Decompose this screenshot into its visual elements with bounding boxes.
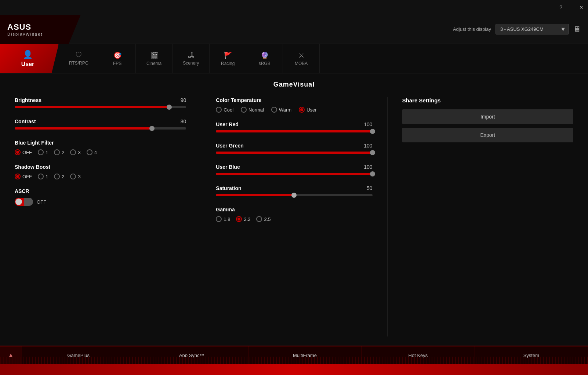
user-blue-thumb[interactable] bbox=[370, 171, 375, 176]
color-temp-cool-circle bbox=[216, 107, 222, 113]
shadow-boost-2[interactable]: 2 bbox=[54, 174, 64, 179]
shadow-boost-1[interactable]: 1 bbox=[38, 174, 48, 179]
saturation-value: 50 bbox=[367, 185, 373, 191]
ascr-label: ASCR bbox=[15, 188, 186, 194]
shadow-boost-3[interactable]: 3 bbox=[70, 174, 80, 179]
user-blue-value: 100 bbox=[364, 164, 372, 170]
blue-light-1[interactable]: 1 bbox=[38, 149, 48, 155]
blue-light-filter-group: Blue Light Filter OFF 1 2 bbox=[15, 140, 186, 155]
contrast-track[interactable] bbox=[15, 127, 186, 130]
import-button[interactable]: Import bbox=[402, 109, 573, 124]
color-temp-cool[interactable]: Cool bbox=[216, 107, 233, 113]
contrast-row: Contrast 80 bbox=[15, 119, 186, 130]
ascr-toggle-knob bbox=[15, 199, 22, 205]
user-red-track[interactable] bbox=[216, 130, 372, 132]
tab-racing[interactable]: 🚩 Racing bbox=[210, 44, 246, 73]
user-green-thumb[interactable] bbox=[370, 150, 375, 155]
contrast-header: Contrast 80 bbox=[15, 119, 186, 124]
blue-light-3-label: 3 bbox=[78, 150, 80, 155]
blue-light-off[interactable]: OFF bbox=[15, 149, 32, 155]
shadow-boost-group: Shadow Boost OFF 1 2 bbox=[15, 164, 186, 179]
contrast-thumb[interactable] bbox=[149, 126, 155, 131]
tab-moba[interactable]: ⚔ MOBA bbox=[283, 44, 320, 73]
shadow-boost-label: Shadow Boost bbox=[15, 164, 186, 170]
ascr-toggle-container: OFF bbox=[15, 198, 186, 206]
color-temp-normal-circle bbox=[241, 107, 247, 113]
user-blue-label: User Blue bbox=[216, 164, 240, 170]
user-red-header: User Red 100 bbox=[216, 121, 372, 127]
moba-tab-icon: ⚔ bbox=[298, 51, 304, 59]
blue-light-2-label: 2 bbox=[62, 150, 64, 155]
user-tab-icon: 👤 bbox=[23, 50, 33, 59]
color-temp-radios: Cool Normal Warm User bbox=[216, 107, 372, 113]
color-temp-cool-label: Cool bbox=[224, 107, 233, 113]
brightness-value: 90 bbox=[181, 97, 186, 103]
ascr-toggle[interactable] bbox=[15, 198, 33, 206]
display-select[interactable]: 3 - ASUS XG249CM bbox=[496, 24, 569, 34]
gamma-2-5-circle bbox=[256, 216, 262, 222]
blue-light-4-circle bbox=[87, 149, 92, 155]
saturation-label: Saturation bbox=[216, 185, 241, 191]
brightness-track[interactable] bbox=[15, 106, 186, 108]
saturation-track[interactable] bbox=[216, 194, 372, 196]
rts-tab-label: RTS/RPG bbox=[69, 61, 88, 66]
ascr-group: ASCR OFF bbox=[15, 188, 186, 206]
shadow-boost-3-label: 3 bbox=[78, 174, 80, 179]
blue-light-4-label: 4 bbox=[94, 150, 97, 155]
tab-user[interactable]: 👤 User bbox=[0, 44, 59, 73]
contrast-value: 80 bbox=[181, 119, 186, 124]
color-temp-normal[interactable]: Normal bbox=[241, 107, 264, 113]
tab-cinema[interactable]: 🎬 Cinema bbox=[136, 44, 173, 73]
gamma-2-2[interactable]: 2.2 bbox=[236, 216, 250, 222]
blue-light-3-circle bbox=[70, 149, 76, 155]
display-selector-wrapper: 3 - ASUS XG249CM ▼ bbox=[496, 24, 569, 34]
shadow-boost-off[interactable]: OFF bbox=[15, 174, 32, 179]
user-red-thumb[interactable] bbox=[370, 129, 375, 134]
tab-fps[interactable]: 🎯 FPS bbox=[99, 44, 136, 73]
user-blue-track[interactable] bbox=[216, 173, 372, 175]
shadow-boost-radios: OFF 1 2 3 bbox=[15, 174, 186, 179]
minimize-button[interactable]: — bbox=[568, 4, 573, 10]
shadow-boost-2-label: 2 bbox=[62, 174, 64, 179]
user-blue-fill bbox=[216, 173, 372, 175]
monitor-icon: 🖥 bbox=[573, 25, 581, 33]
color-temp-user[interactable]: User bbox=[299, 107, 316, 113]
export-button[interactable]: Export bbox=[402, 128, 573, 142]
tab-scenery[interactable]: 🏞 Scenery bbox=[173, 44, 210, 73]
blue-light-2-circle bbox=[54, 149, 60, 155]
bottom-accent bbox=[0, 364, 588, 375]
brightness-thumb[interactable] bbox=[167, 105, 172, 110]
blue-light-1-circle bbox=[38, 149, 44, 155]
color-temp-user-label: User bbox=[306, 107, 316, 113]
user-red-fill bbox=[216, 130, 372, 132]
racing-tab-icon: 🚩 bbox=[224, 51, 232, 59]
brightness-header: Brightness 90 bbox=[15, 97, 186, 103]
close-button[interactable]: ✕ bbox=[579, 4, 584, 10]
user-tab-label: User bbox=[21, 61, 35, 68]
saturation-thumb[interactable] bbox=[291, 193, 297, 198]
help-button[interactable]: ? bbox=[559, 4, 562, 10]
gamma-1-8[interactable]: 1.8 bbox=[216, 216, 230, 222]
cinema-tab-label: Cinema bbox=[146, 61, 161, 66]
left-panel: Brightness 90 Contrast 80 bbox=[15, 97, 201, 336]
asus-logo: ASUS bbox=[7, 22, 81, 32]
shadow-boost-3-circle bbox=[70, 174, 76, 179]
blue-light-3[interactable]: 3 bbox=[70, 149, 80, 155]
ascr-toggle-label: OFF bbox=[37, 199, 46, 205]
blue-light-2[interactable]: 2 bbox=[54, 149, 64, 155]
tab-rts[interactable]: 🛡 RTS/RPG bbox=[59, 44, 99, 73]
tab-srgb[interactable]: 🔮 sRGB bbox=[246, 44, 283, 73]
gamma-label: Gamma bbox=[216, 207, 372, 212]
user-green-track[interactable] bbox=[216, 152, 372, 154]
gamma-group: Gamma 1.8 2.2 2.5 bbox=[216, 207, 372, 222]
gamma-1-8-circle bbox=[216, 216, 222, 222]
right-panel: Share Settings Import Export bbox=[387, 97, 573, 336]
window-controls: ? — ✕ bbox=[559, 4, 584, 10]
section-title: GameVisual bbox=[15, 81, 573, 88]
blue-light-4[interactable]: 4 bbox=[87, 149, 97, 155]
color-temp-warm-circle bbox=[271, 107, 277, 113]
color-temp-warm[interactable]: Warm bbox=[271, 107, 291, 113]
user-blue-row: User Blue 100 bbox=[216, 164, 372, 175]
titlebar: ? — ✕ bbox=[0, 0, 588, 15]
gamma-2-5[interactable]: 2.5 bbox=[256, 216, 271, 222]
